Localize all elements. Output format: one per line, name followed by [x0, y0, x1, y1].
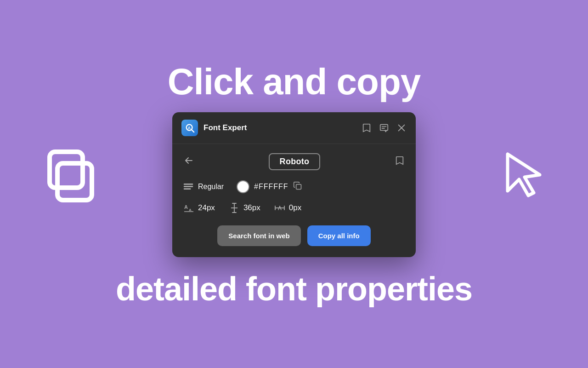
font-style-label: Regular [198, 183, 224, 191]
svg-rect-10 [184, 183, 193, 184]
font-name-badge: Roboto [269, 153, 321, 170]
letter-spacing-metric: 0px [274, 202, 301, 213]
svg-rect-0 [57, 163, 92, 200]
svg-rect-1 [50, 152, 83, 188]
copy-icon-left [41, 143, 106, 207]
popup-body: Roboto Regular #FFFFFF [172, 144, 416, 257]
titlebar-bookmark-icon[interactable] [362, 123, 372, 133]
row-style-color: Regular #FFFFFF [183, 180, 405, 193]
copy-color-button[interactable] [293, 181, 302, 192]
font-bookmark-button[interactable] [395, 155, 405, 167]
copy-all-info-button[interactable]: Copy all info [307, 225, 371, 246]
cursor-icon-right [501, 150, 547, 200]
svg-rect-5 [380, 124, 388, 130]
row-font-name: Roboto [183, 153, 405, 170]
svg-line-3 [192, 129, 194, 132]
row-buttons: Search font in web Copy all info [183, 225, 405, 246]
font-size-value: 24px [198, 203, 215, 213]
search-font-web-button[interactable]: Search font in web [217, 225, 300, 246]
color-swatch [237, 180, 249, 193]
headline: Click and copy [168, 61, 421, 103]
font-color-section: #FFFFFF [237, 180, 302, 193]
back-button[interactable] [183, 155, 194, 168]
line-height-metric: 36px [229, 202, 260, 213]
line-height-value: 36px [243, 203, 260, 213]
svg-rect-13 [296, 184, 301, 189]
font-expert-popup: A Font Expert [172, 112, 416, 257]
app-icon: A [181, 120, 198, 136]
titlebar-close-icon[interactable] [396, 123, 407, 133]
font-style-section: Regular [183, 183, 224, 191]
svg-rect-11 [184, 186, 193, 187]
svg-rect-12 [184, 188, 191, 190]
popup-title: Font Expert [204, 123, 362, 132]
titlebar-feedback-icon[interactable] [379, 123, 389, 133]
font-size-metric: A A 24px [183, 202, 215, 213]
subheadline: detailed font properties [116, 270, 472, 308]
letter-spacing-icon [274, 202, 285, 213]
popup-titlebar: A Font Expert [172, 112, 416, 144]
font-size-icon: A A [183, 202, 194, 213]
color-hex-value: #FFFFFF [254, 183, 288, 191]
svg-text:A: A [184, 204, 188, 210]
letter-spacing-value: 0px [289, 203, 301, 213]
line-height-icon [229, 202, 240, 213]
titlebar-icons [362, 123, 407, 133]
row-metrics: A A 24px 36px [183, 202, 405, 213]
svg-text:A: A [187, 125, 191, 130]
font-style-icon [183, 183, 193, 190]
